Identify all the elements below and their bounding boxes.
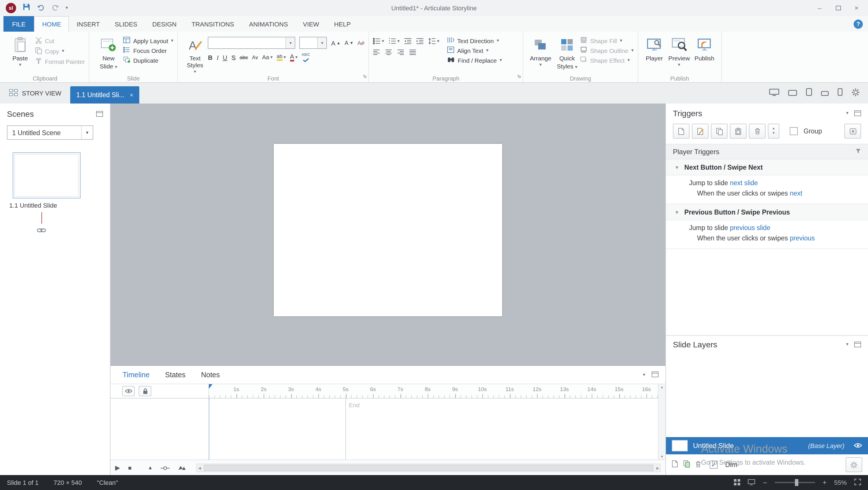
- fit-to-window-icon[interactable]: [854, 479, 861, 487]
- eye-icon[interactable]: [854, 442, 862, 450]
- slide-canvas[interactable]: [274, 144, 502, 316]
- cut-button[interactable]: Cut: [35, 37, 85, 45]
- new-slide-button[interactable]: New Slide ▾: [94, 34, 123, 70]
- maximize-button[interactable]: [830, 2, 846, 14]
- tab-insert[interactable]: INSERT: [69, 16, 107, 32]
- trigger-section-header[interactable]: ▼ Previous Button / Swipe Previous: [666, 204, 868, 220]
- panel-dock-icon[interactable]: [652, 371, 658, 379]
- align-left-button[interactable]: [373, 50, 380, 55]
- group-checkbox[interactable]: [790, 127, 798, 135]
- layer-properties-button[interactable]: [845, 457, 862, 472]
- tab-slides[interactable]: SLIDES: [107, 16, 145, 32]
- edit-trigger-button[interactable]: [692, 124, 709, 139]
- tab-help[interactable]: HELP: [327, 16, 358, 32]
- phone-landscape-preview-icon[interactable]: [821, 88, 829, 98]
- strikethrough-button[interactable]: abc: [240, 55, 248, 60]
- scroll-down-icon[interactable]: ▼: [660, 455, 664, 458]
- trigger-when-link[interactable]: next: [790, 190, 802, 197]
- storyline-logo-icon[interactable]: sl: [6, 3, 16, 13]
- panel-dock-icon[interactable]: [854, 340, 861, 349]
- underline-button[interactable]: U: [223, 54, 227, 61]
- scrollbar-thumb[interactable]: [204, 464, 654, 471]
- scroll-right-icon[interactable]: ▶: [655, 465, 660, 469]
- align-center-button[interactable]: [385, 50, 392, 55]
- trigger-section-header[interactable]: ▼ Next Button / Swipe Next: [666, 159, 868, 175]
- delete-layer-icon[interactable]: [695, 459, 701, 470]
- zoom-slider-thumb[interactable]: [795, 479, 798, 486]
- undo-icon[interactable]: [37, 3, 45, 13]
- tab-view[interactable]: VIEW: [296, 16, 327, 32]
- zoom-out-button[interactable]: −: [763, 478, 767, 487]
- paste-button[interactable]: Paste ▾: [5, 34, 35, 67]
- trigger-item[interactable]: Jump to slide next slide When the user c…: [666, 175, 868, 204]
- tab-transitions[interactable]: TRANSITIONS: [184, 16, 242, 32]
- duplicate-button[interactable]: Duplicate: [123, 56, 173, 64]
- font-size-combo[interactable]: ▾: [300, 37, 327, 49]
- font-name-caret[interactable]: ▾: [286, 37, 295, 48]
- bullets-button[interactable]: ▾: [373, 38, 384, 44]
- align-right-button[interactable]: [397, 50, 404, 55]
- focus-order-button[interactable]: Focus Order: [123, 46, 173, 54]
- qat-dropdown-caret[interactable]: ▾: [66, 6, 68, 10]
- panel-menu-caret[interactable]: ▾: [643, 372, 645, 377]
- publish-button[interactable]: Publish: [692, 34, 717, 62]
- gear-icon[interactable]: [851, 88, 860, 99]
- base-layer-row[interactable]: Untitled Slide (Base Layer): [666, 437, 868, 454]
- find-replace-button[interactable]: Find / Replace ▾: [447, 56, 502, 64]
- tab-animations[interactable]: ANIMATIONS: [242, 16, 295, 32]
- character-spacing-button[interactable]: A∨: [252, 55, 258, 60]
- text-direction-button[interactable]: Text Direction ▾: [447, 37, 502, 44]
- variables-button[interactable]: [844, 124, 861, 139]
- line-spacing-button[interactable]: ▾: [428, 38, 439, 44]
- copy-button[interactable]: Copy ▾: [35, 47, 85, 55]
- tab-file[interactable]: FILE: [3, 16, 34, 32]
- spelling-button[interactable]: ABC: [302, 53, 310, 62]
- lock-all-button[interactable]: [139, 386, 151, 396]
- story-view-tab[interactable]: STORY VIEW: [0, 83, 70, 103]
- trigger-action-link[interactable]: next slide: [730, 179, 758, 186]
- normal-view-icon[interactable]: [748, 479, 755, 486]
- trigger-item[interactable]: Jump to slide previous slide When the us…: [666, 220, 868, 249]
- text-styles-button[interactable]: A Text Styles ▾: [182, 34, 208, 74]
- italic-button[interactable]: I: [217, 54, 219, 61]
- shape-outline-button[interactable]: Shape Outline ▾: [580, 46, 633, 54]
- chevron-down-icon[interactable]: ▼: [675, 209, 679, 215]
- zoom-timeline-icon[interactable]: [178, 462, 186, 473]
- new-layer-icon[interactable]: [672, 459, 678, 470]
- playhead-icon[interactable]: [209, 384, 212, 389]
- close-button[interactable]: ×: [848, 2, 865, 14]
- scroll-up-icon[interactable]: ▲: [660, 385, 664, 389]
- tab-home[interactable]: HOME: [34, 16, 69, 32]
- apply-layout-button[interactable]: Apply Layout ▾: [123, 37, 173, 44]
- tablet-landscape-preview-icon[interactable]: [788, 88, 797, 98]
- arrange-button[interactable]: Arrange ▾: [527, 34, 554, 67]
- paste-trigger-button[interactable]: [730, 124, 747, 139]
- slide-tab[interactable]: 1.1 Untitled Sli... ×: [70, 86, 139, 103]
- zoom-in-button[interactable]: +: [823, 479, 827, 487]
- panel-menu-caret[interactable]: ▾: [846, 111, 848, 116]
- reorder-trigger-buttons[interactable]: ▲▼: [768, 124, 779, 139]
- show-hide-all-button[interactable]: [122, 386, 135, 396]
- numbering-button[interactable]: ▾: [389, 38, 400, 44]
- format-painter-button[interactable]: Format Painter: [35, 58, 85, 66]
- justify-button[interactable]: [409, 50, 416, 55]
- clear-formatting-button[interactable]: A: [358, 40, 364, 46]
- timeline-ruler[interactable]: 1s2s3s4s5s6s7s8s9s10s11s12s13s14s15s16s: [209, 384, 658, 398]
- close-tab-icon[interactable]: ×: [129, 92, 133, 98]
- shape-fill-button[interactable]: Shape Fill ▾: [580, 37, 633, 44]
- keyframe-icon[interactable]: [161, 462, 170, 473]
- trigger-action-link[interactable]: previous slide: [730, 224, 770, 231]
- shadow-button[interactable]: S: [231, 54, 236, 61]
- scroll-left-icon[interactable]: ◀: [197, 465, 202, 469]
- scene-selector[interactable]: 1 Untitled Scene ▼: [7, 125, 93, 140]
- timeline-horizontal-scrollbar[interactable]: ◀ ▶: [196, 463, 661, 472]
- collapse-timeline-button[interactable]: ▲: [148, 465, 153, 470]
- tab-states[interactable]: States: [165, 371, 186, 379]
- timeline-vertical-scrollbar[interactable]: ▲ ▼: [658, 384, 665, 459]
- shape-effect-button[interactable]: Shape Effect ▾: [580, 56, 633, 64]
- delete-trigger-button[interactable]: [749, 124, 766, 139]
- help-icon[interactable]: ?: [854, 19, 863, 29]
- tab-notes[interactable]: Notes: [201, 371, 220, 379]
- preview-button[interactable]: Preview ▾: [666, 34, 692, 67]
- chevron-down-icon[interactable]: ▼: [675, 165, 679, 170]
